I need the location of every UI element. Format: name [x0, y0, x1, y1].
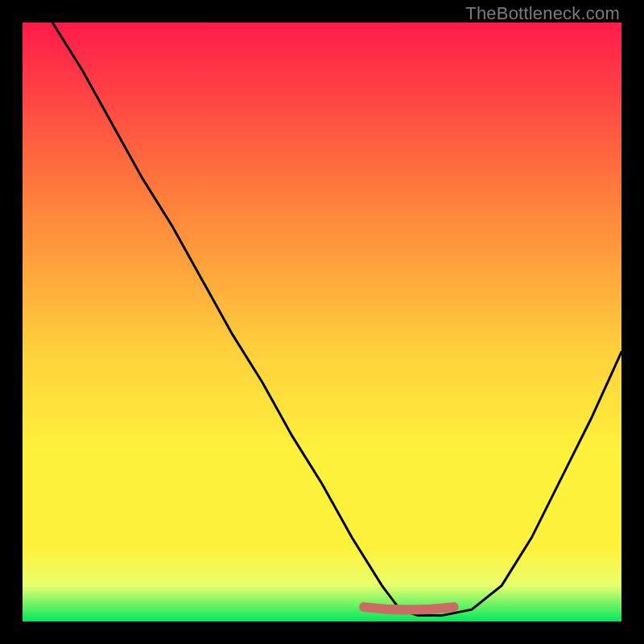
chart-frame [23, 23, 621, 621]
gradient-background [23, 23, 621, 621]
valley-marker [364, 607, 454, 610]
watermark-text: TheBottleneck.com [465, 3, 620, 24]
bottleneck-chart [23, 23, 621, 621]
